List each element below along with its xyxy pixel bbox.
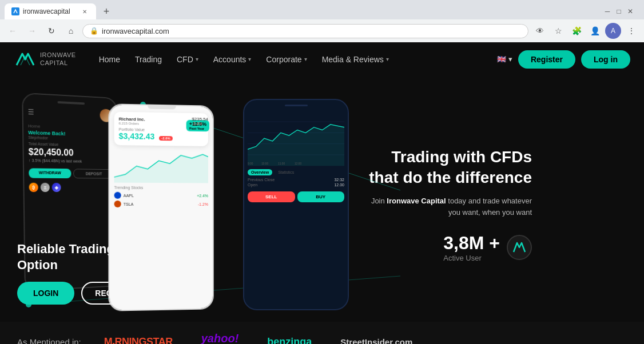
coin-icon: ₿ (29, 183, 38, 192)
stat-number: 3,8M + (443, 233, 500, 254)
nav-home[interactable]: Home (93, 51, 126, 67)
language-selector[interactable]: 🇬🇧 ▾ (497, 55, 512, 63)
hero-stat: 3,8M + Active User (360, 233, 532, 262)
tab-bar: ironwavecapital ✕ + ─ □ ✕ (0, 0, 644, 19)
corporate-chevron-icon: ▾ (304, 56, 307, 62)
trending-label: Trending Stocks (114, 186, 208, 190)
trade-data: Previous Close 32:32 Open 12.00 (248, 178, 344, 187)
statistics-tab[interactable]: Statistics (275, 169, 297, 175)
stock-change: -3.4% (192, 122, 208, 126)
url-text: ironwavecapital.com (102, 27, 521, 35)
lock-icon: 🔒 (90, 27, 98, 35)
coin2-icon: Ξ (41, 183, 50, 192)
stat-logo (507, 235, 532, 260)
phone-2: +12.5% Past Year $235.54 -3.4% Richard I… (108, 103, 213, 311)
buy-sell-buttons: SELL BUY (248, 191, 344, 202)
home-button[interactable]: ⌂ (63, 23, 79, 39)
eye-slash-icon[interactable]: 👁 (532, 23, 548, 39)
svg-text:9:00: 9:00 (248, 162, 253, 165)
hamburger-icon: ☰ (28, 108, 34, 116)
login-button[interactable]: Log in (581, 50, 630, 69)
hero-subtext: Join Ironwave Capital today and trade wh… (360, 195, 532, 219)
accounts-chevron-icon: ▾ (248, 56, 251, 62)
brand-logos: M●RNINGSTAR yahoo! finance benzinga Stre… (104, 332, 627, 344)
balance-amount: $20,450.00 (29, 147, 114, 159)
tab-title: ironwavecapital (23, 7, 77, 15)
restore-button[interactable]: □ (614, 7, 623, 16)
benzinga-logo: benzinga (267, 336, 312, 345)
nav-corporate[interactable]: Corporate ▾ (260, 51, 312, 67)
coin3-icon: ◈ (52, 183, 61, 192)
stock-icon-1 (114, 192, 121, 199)
phone2-notch (148, 106, 176, 110)
price-val2: 12.00 (334, 183, 344, 187)
minimize-button[interactable]: ─ (603, 7, 612, 16)
previous-close-label: Previous Close (248, 178, 275, 182)
nav-trading[interactable]: Trading (129, 51, 168, 67)
website: IRONWAVE CAPITAL Home Trading CFD ▾ Acco… (0, 42, 644, 344)
phone-3: 9:00 10:00 11:00 12:00 Overview Statisti… (243, 99, 349, 310)
new-tab-button[interactable]: + (98, 3, 114, 19)
stat-label: Active User (443, 254, 500, 262)
lang-chevron-icon: ▾ (508, 55, 512, 63)
logo-text: IRONWAVE CAPITAL (40, 51, 76, 66)
yahoo-finance-logo: yahoo! finance (201, 332, 239, 344)
hero-login-button[interactable]: LOGIN (17, 282, 74, 305)
nav-media-reviews[interactable]: Media & Reviews ▾ (316, 51, 395, 67)
buy-button[interactable]: BUY (297, 191, 345, 202)
bookmark-icon[interactable]: ☆ (550, 23, 566, 39)
as-mentioned-section: As Mentioned in: M●RNINGSTAR yahoo! fina… (0, 322, 644, 344)
trending-item-1: AAPL +2.4% (114, 192, 208, 199)
back-button[interactable]: ← (5, 23, 21, 39)
site-nav: IRONWAVE CAPITAL Home Trading CFD ▾ Acco… (0, 42, 644, 76)
chart-tabs: Overview Statistics (248, 169, 344, 175)
trending-section: Trending Stocks AAPL +2.4% TSLA -1.2% (109, 186, 212, 207)
morningstar-logo: M●RNINGSTAR (104, 336, 173, 345)
trending-item-2: TSLA -1.2% (114, 201, 208, 207)
hero-section: ☰ Home Welcome Back! Steprhodor Total As… (0, 76, 644, 322)
forward-button[interactable]: → (24, 23, 40, 39)
svg-text:12:00: 12:00 (295, 162, 301, 165)
hero-content: Trading with CFDs that do the difference… (355, 76, 549, 322)
tab-close-button[interactable]: ✕ (80, 7, 89, 16)
media-chevron-icon: ▾ (386, 56, 389, 62)
nav-actions: 🇬🇧 ▾ Register Log in (497, 50, 630, 69)
register-button[interactable]: Register (518, 50, 575, 69)
window-controls: ─ □ ✕ (603, 7, 639, 16)
extensions-icon[interactable]: 🧩 (569, 23, 585, 39)
flag-icon: 🇬🇧 (497, 55, 506, 63)
address-bar[interactable]: 🔒 ironwavecapital.com (82, 24, 528, 38)
nav-cfd[interactable]: CFD ▾ (171, 51, 204, 67)
trade-row-2: Open 12.00 (248, 183, 344, 187)
reload-button[interactable]: ↻ (43, 23, 59, 39)
svg-text:10:00: 10:00 (261, 162, 268, 165)
browser-chrome: ironwavecapital ✕ + ─ □ ✕ ← → ↻ ⌂ 🔒 iron… (0, 0, 644, 42)
overview-tab[interactable]: Overview (248, 169, 272, 175)
svg-text:11:00: 11:00 (278, 162, 285, 165)
menu-icon[interactable]: ⋮ (623, 23, 639, 39)
stock-icon-2 (114, 201, 121, 207)
trade-row-1: Previous Close 32:32 (248, 178, 344, 182)
close-window-button[interactable]: ✕ (626, 7, 635, 16)
hero-headline: Trading with CFDs that do the difference (360, 147, 532, 189)
nav-links: Home Trading CFD ▾ Accounts ▾ Corporate … (93, 51, 486, 67)
portfolio-value: $3,432.43 -2.6% (119, 131, 204, 142)
portfolio-badge: -2.6% (159, 136, 173, 141)
price-val1: 32:32 (334, 178, 344, 182)
site-logo[interactable]: IRONWAVE CAPITAL (14, 49, 76, 69)
mentioned-label: As Mentioned in: (17, 337, 81, 345)
svg-marker-6 (114, 154, 208, 183)
active-tab[interactable]: ironwavecapital ✕ (5, 3, 96, 19)
stock-price: $235.54 (192, 117, 208, 122)
profile-button[interactable]: A (605, 23, 621, 39)
cfd-chevron-icon: ▾ (196, 56, 198, 62)
open-label: Open (248, 183, 257, 187)
profile-avatar-icon[interactable]: 👤 (587, 23, 603, 39)
nav-accounts[interactable]: Accounts ▾ (208, 51, 257, 67)
balance-change: ↑ 3.5% ($44.4BN) vs last week (29, 158, 114, 163)
withdraw-btn[interactable]: WITHDRAW (29, 168, 71, 178)
streetinsider-logo: StreetInsider.com (340, 337, 412, 345)
toolbar-icons: 👁 ☆ 🧩 👤 A ⋮ (532, 23, 639, 39)
sell-button[interactable]: SELL (248, 191, 295, 202)
browser-toolbar: ← → ↻ ⌂ 🔒 ironwavecapital.com 👁 ☆ 🧩 👤 A … (0, 19, 644, 42)
